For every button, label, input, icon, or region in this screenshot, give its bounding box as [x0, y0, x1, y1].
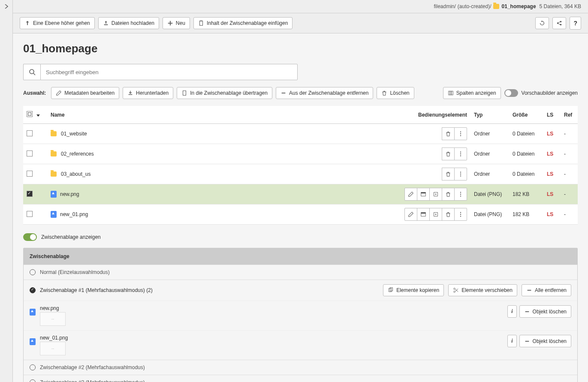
show-clipboard-toggle[interactable] [23, 233, 37, 241]
upload-button[interactable]: Dateien hochladen [98, 17, 159, 29]
col-ref: Ref [561, 106, 578, 124]
radio-cb3[interactable] [30, 379, 36, 382]
row-edit-button[interactable] [404, 188, 417, 201]
row-more-button[interactable] [454, 208, 467, 221]
new-button[interactable]: Neu [163, 17, 190, 29]
row-checkbox[interactable] [27, 191, 33, 197]
row-type: Ordner [470, 144, 509, 164]
col-name[interactable]: Name [47, 106, 393, 124]
row-delete-button[interactable] [442, 208, 455, 221]
copy-to-clipboard-button[interactable]: In die Zwischenablage übertragen [177, 87, 272, 99]
folder-icon [493, 4, 499, 9]
row-size: 182 KB [509, 184, 543, 205]
row-name[interactable]: new_01.png [60, 211, 88, 217]
selection-toolbar: Auswahl: Metadaten bearbeiten Herunterla… [23, 87, 578, 99]
row-more-button[interactable] [454, 147, 467, 160]
remove-from-clipboard-button[interactable]: Aus der Zwischenablage entfernen [276, 87, 373, 99]
row-ls: LS [543, 144, 561, 164]
radio-normal[interactable] [30, 269, 36, 275]
row-view-button[interactable] [417, 208, 430, 221]
edit-metadata-button[interactable]: Metadaten bearbeiten [51, 87, 119, 99]
clipboard-item-info-button[interactable]: i [507, 335, 516, 347]
clipboard-item-delete-button[interactable]: Objekt löschen [519, 305, 571, 318]
table-row[interactable]: 01_websiteOrdner0 DateienLS- [23, 124, 578, 144]
row-delete-button[interactable] [442, 147, 455, 160]
copy-icon [388, 287, 394, 293]
breadcrumb-seg[interactable]: fileadmin/ [434, 3, 455, 9]
clipboard-item-delete-button[interactable]: Objekt löschen [519, 335, 571, 347]
radio-cb1[interactable] [30, 287, 36, 293]
row-delete-button[interactable] [442, 188, 455, 201]
row-ref: - [561, 164, 578, 184]
row-delete-button[interactable] [442, 168, 455, 180]
row-view-button[interactable] [417, 188, 430, 201]
row-name[interactable]: 03_about_us [61, 171, 90, 177]
row-checkbox[interactable] [27, 171, 33, 177]
minus-icon [280, 90, 286, 96]
row-ls: LS [543, 205, 561, 225]
search-input[interactable] [40, 64, 298, 80]
clipboard-item-info-button[interactable]: i [507, 305, 516, 318]
row-ls: LS [543, 184, 561, 205]
row-replace-button[interactable] [429, 188, 442, 201]
row-more-button[interactable] [454, 168, 467, 180]
row-edit-button[interactable] [404, 208, 417, 221]
show-clipboard-label: Zwischenablage anzeigen [41, 234, 101, 240]
svg-point-11 [460, 133, 461, 134]
row-more-button[interactable] [454, 188, 467, 201]
svg-point-22 [460, 192, 461, 193]
file-icon [51, 211, 57, 218]
scissors-icon [453, 287, 459, 293]
row-checkbox[interactable] [27, 150, 33, 156]
thumbnails-toggle[interactable] [504, 89, 518, 97]
clipboard-item: new.png···iObjekt löschen [24, 301, 577, 330]
row-replace-button[interactable] [429, 208, 442, 221]
clipboard-title: Zwischenablage [24, 248, 577, 265]
delete-button[interactable]: Löschen [377, 87, 414, 99]
sidebar-expand[interactable] [0, 0, 13, 382]
row-ref: - [561, 184, 578, 205]
breadcrumb-current: 01_homepage [502, 3, 536, 9]
svg-rect-20 [421, 193, 426, 194]
row-checkbox[interactable] [27, 130, 33, 136]
clipboard-thumb: ··· [40, 312, 66, 326]
row-name[interactable]: 02_references [61, 151, 94, 157]
table-row[interactable]: new.pngDatei (PNG)182 KBLS- [23, 184, 578, 205]
table-row[interactable]: 02_referencesOrdner0 DateienLS- [23, 144, 578, 164]
clipboard-mode-3[interactable]: Zwischenablage #3 (Mehrfachauswahlmodus) [24, 375, 577, 382]
clipboard-mode-normal[interactable]: Normal (Einzelauswahlmodus) [24, 265, 577, 280]
select-menu-caret[interactable] [36, 114, 40, 117]
svg-rect-9 [452, 91, 453, 95]
thumbnails-label: Vorschaubilder anzeigen [522, 90, 578, 96]
clipboard-mode-1[interactable]: Zwischenablage #1 (Mehrfachauswahlmodus)… [24, 280, 577, 301]
table-row[interactable]: 03_about_usOrdner0 DateienLS- [23, 164, 578, 184]
move-elements-button[interactable]: Elemente verschieben [448, 284, 517, 296]
row-delete-button[interactable] [442, 127, 455, 140]
row-name[interactable]: new.png [60, 191, 79, 197]
refresh-button[interactable] [535, 17, 549, 29]
row-checkbox[interactable] [27, 211, 33, 217]
show-columns-button[interactable]: Spalten anzeigen [443, 87, 501, 99]
folder-icon [51, 131, 57, 136]
download-button[interactable]: Herunterladen [123, 87, 173, 99]
remove-all-button[interactable]: Alle entfernen [522, 284, 571, 296]
download-icon [127, 90, 133, 96]
paste-button[interactable]: Inhalt der Zwischenablage einfügen [193, 17, 292, 29]
breadcrumb-seg[interactable]: (auto-created)/ [458, 3, 492, 9]
table-row[interactable]: new_01.pngDatei (PNG)182 KBLS- [23, 205, 578, 225]
radio-cb2[interactable] [30, 364, 36, 370]
row-more-button[interactable] [454, 127, 467, 140]
svg-point-13 [460, 151, 461, 152]
columns-icon [448, 90, 454, 96]
row-name[interactable]: 01_website [61, 131, 87, 137]
row-ref: - [561, 124, 578, 144]
copy-elements-button[interactable]: Elemente kopieren [383, 284, 444, 296]
clipboard-mode-2[interactable]: Zwischenablage #2 (Mehrfachauswahlmodus) [24, 360, 577, 375]
svg-point-34 [454, 291, 455, 293]
breadcrumb-bar: fileadmin/ (auto-created)/ 01_homepage 5… [13, 0, 588, 13]
select-all-checkbox[interactable] [27, 111, 33, 117]
up-level-button[interactable]: Eine Ebene höher gehen [20, 17, 95, 29]
question-icon: ? [573, 20, 577, 27]
share-button[interactable] [552, 17, 566, 29]
help-button[interactable]: ? [570, 17, 581, 30]
